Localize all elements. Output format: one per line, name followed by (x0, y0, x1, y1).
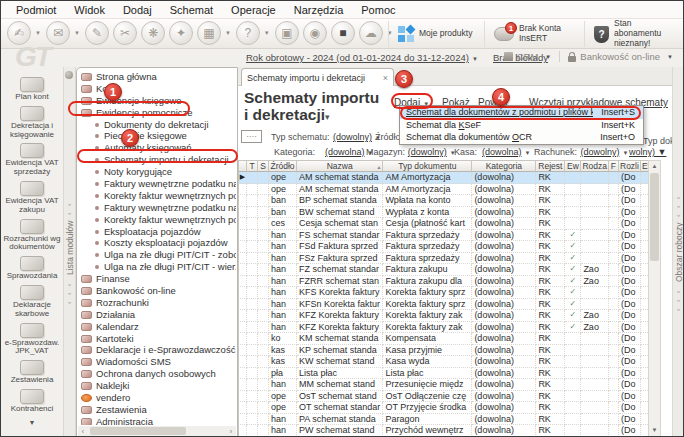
table-row[interactable]: płaLista płacLista płac(dowolna)RK(Do (238, 368, 656, 380)
column-header-kategoria[interactable]: Kategoria (472, 160, 536, 172)
menu-item-schemat-dla-ksef[interactable]: Schemat dla KSeFInsert+K (400, 119, 643, 132)
menu-item-schemat-dla-dokument-w-z-podmiotu-i-plik-w-komunikacji[interactable]: Schemat dla dokumentów z podmiotu i plik… (400, 106, 643, 119)
modules-strip-toggle[interactable]: ‹ ‹ ‹Lista modułów‹ ‹ (63, 67, 76, 437)
close-tab-icon[interactable]: × (383, 73, 388, 83)
tree-item-wiadomo-ci-sms[interactable]: Wiadomości SMS (79, 356, 236, 368)
module-rozrachunki-wg-dokument-w[interactable]: Rozrachunki wg dokumentów (2, 219, 62, 253)
table-row[interactable]: hanFZ schemat standarFaktura zakupu(dowo… (238, 264, 656, 276)
tab-schematy-importu[interactable]: Schematy importu i dekretacji × (241, 68, 394, 86)
tree-item-ewidencje-ksi-gowe[interactable]: Ewidencje księgowe (79, 95, 236, 107)
chevron-down-icon[interactable]: ▼ (225, 30, 231, 36)
tree-item-strona-g-wna[interactable]: Strona główna (79, 71, 236, 83)
tree-item-naklejki[interactable]: Naklejki (79, 380, 236, 392)
table-row[interactable]: hanPW schemat standPrzychód wewnętrz(dow… (238, 425, 656, 437)
filter-rachunek-value[interactable]: (dowolny)▼ (580, 147, 628, 157)
tree-item-rozrachunki[interactable]: Rozrachunki (79, 297, 236, 309)
menubar-item-narz-dzia[interactable]: Narzędzia (285, 4, 353, 16)
my-products-button[interactable]: Moje produkty (388, 21, 484, 47)
tree-item-ochrona-danych-osobowych[interactable]: Ochrona danych osobowych (79, 368, 236, 380)
chevron-down-icon[interactable]: ▼ (264, 30, 270, 36)
table-row[interactable]: cesCesja schemat stanCesja (płatność kar… (238, 218, 656, 230)
help-icon[interactable]: ? (236, 21, 260, 45)
menubar-item-dodaj[interactable]: Dodaj (114, 4, 161, 16)
document-icon[interactable]: ✂ (113, 21, 137, 45)
online-banking-menu[interactable]: Bankowość on-line▼ (568, 51, 673, 62)
table-row[interactable]: hanFZRR schemat stanFaktura zakupu dla(d… (238, 276, 656, 288)
table-row[interactable]: banBW schemat standWypłata z konta(dowol… (238, 207, 656, 219)
chevron-down-icon[interactable]: ▼ (74, 30, 80, 36)
tree-item-deklaracje-i-e-sprawozdawczo[interactable]: Deklaracje i e-Sprawozdawczość (79, 344, 236, 356)
tree-item-korekty-faktur-wewn-trznych-pod[interactable]: Korekty faktur wewnętrznych pod (79, 190, 236, 202)
table-row[interactable]: opeOsT schemat standOsT Odłączenie czę(d… (238, 391, 656, 403)
tree-item-ulga-na-z-e-d-ugi-pit-cit-zobowi[interactable]: Ulga na złe długi PIT/CIT - zobowią (79, 249, 236, 261)
table-row[interactable]: kasKP schemat standaKasa przyjmie(dowoln… (238, 345, 656, 357)
menubar-item-pomoc[interactable]: Pomoc (352, 4, 404, 16)
tree-item-dokumenty-do-dekretacji[interactable]: Dokumenty do dekretacji (79, 119, 236, 131)
cube-icon[interactable]: ■ (331, 21, 355, 45)
tree-item-dzia-ania[interactable]: Działania (79, 309, 236, 321)
link-icon[interactable]: ✦ (169, 21, 193, 45)
column-header-nazwa[interactable]: Nazwa▲ (297, 160, 383, 172)
table-row[interactable]: banBP schemat standaWpłata na konto(dowo… (238, 195, 656, 207)
tree-item-finanse[interactable]: Finanse (79, 273, 236, 285)
tree-item-vendero[interactable]: vendero (79, 392, 236, 404)
menubar-item-podmiot[interactable]: Podmiot (7, 4, 65, 16)
module-deklaracje-skarbowe[interactable]: Deklaracje skarbowe (2, 285, 62, 319)
filter-magazyn-value[interactable]: (dowolny)▼ (408, 147, 456, 157)
monitor-icon[interactable]: ▣ (275, 21, 299, 45)
tree-item-bankowo-on-line[interactable]: Bankowość on-line (79, 285, 236, 297)
menu-item-schemat-dla-dokument-w-ocr[interactable]: Schemat dla dokumentów OCRInsert+O (400, 131, 643, 144)
workspace-strip-toggle[interactable]: ‹ ‹ ‹Obszar roboczy‹ ‹ ‹ (672, 67, 684, 437)
tree-item-korekty-faktur-wewn-trznych-poda[interactable]: Korekty faktur wewnętrznych poda (79, 214, 236, 226)
crm-menu[interactable]: CRM▼ (504, 51, 552, 62)
column-header-rozli[interactable]: Rozli (619, 160, 641, 172)
module-zestawienia[interactable]: Zestawienia (2, 360, 62, 385)
table-row[interactable]: hanFSz Faktura sprzedFaktura sprzedaży(d… (238, 253, 656, 265)
insert-account-button[interactable]: 1Brak Konta InsERT (484, 21, 584, 47)
table-row[interactable]: hanMM schemat standPrzesunięcie międz(do… (238, 379, 656, 391)
column-header-rodza[interactable]: Rodza (581, 160, 609, 172)
module-sprawozdania[interactable]: Sprawozdania (2, 256, 62, 281)
table-row[interactable]: hanKFZ Korekta fakturyKorekta faktury za… (238, 322, 656, 334)
row-selector-header[interactable] (238, 160, 247, 172)
tree-item-faktury-wewn-trzne-podatku-nale[interactable]: Faktury wewnętrzne podatku należ (79, 178, 236, 190)
scrollbar-thumb[interactable] (90, 427, 186, 435)
module-ewidencja-vat-zakupu[interactable]: Ewidencja VAT zakupu (2, 181, 62, 215)
scrollbar-thumb[interactable] (650, 173, 659, 261)
column-header-ew[interactable]: Ew (565, 160, 581, 172)
tree-horizontal-scrollbar[interactable]: ‹ › (78, 426, 236, 436)
tree-item-eksploatacja-pojazd-w[interactable]: Eksploatacja pojazdów (79, 226, 236, 238)
chevron-down-icon[interactable]: ▼ (35, 30, 41, 36)
table-row[interactable]: opeAM schemat standaAM Amortyzacja(dowol… (238, 184, 656, 196)
title-dropdown-icon[interactable]: ▾ (325, 112, 330, 122)
module-e-sprawozdaw-jpk-vat[interactable]: e-Sprawozdaw. JPK_VAT (2, 323, 62, 357)
table-row[interactable]: hanKFSn Korekta fakturKorekta faktury sp… (238, 299, 656, 311)
scroll-up-icon[interactable]: ▲ (649, 161, 660, 172)
menubar-item-schemat[interactable]: Schemat (161, 4, 222, 16)
fiscal-year-selector[interactable]: Rok obrotowy - 2024 (od 01-01-2024 do 31… (246, 52, 478, 63)
tree-item-faktury-wewn-trzne-podatku-nalicz[interactable]: Faktury wewnętrzne podatku nalicz (79, 202, 236, 214)
table-row[interactable]: hanKFZ Korekta fakturyKorekta faktury za… (238, 310, 656, 322)
module-plan-kont[interactable]: Plan kont (2, 77, 62, 102)
module-dekretacja-i-ksi-gowanie[interactable]: Dekretacja i księgowanie (2, 106, 62, 140)
menubar-item-operacje[interactable]: Operacje (222, 4, 285, 16)
table-row[interactable]: hanPA schemat standaParagon(dowolna)RK(D… (238, 414, 656, 426)
tree-item-ewidencje-pomocnicze[interactable]: Ewidencje pomocnicze (79, 107, 236, 119)
column-header-r-d-o[interactable]: Źródło (269, 160, 297, 172)
scroll-left-icon[interactable]: ‹ (78, 428, 88, 435)
subscription-button[interactable]: ?Stan abonamentu nieznany! (584, 21, 679, 47)
cloud-icon[interactable]: ☁ (359, 21, 383, 45)
module-kontrahenci[interactable]: Kontrahenci (2, 389, 62, 414)
table-row[interactable]: opeOT schemat standarOT Przyjęcie środka… (238, 402, 656, 414)
tree-item-konta[interactable]: Konta (79, 83, 236, 95)
more-modules-icon[interactable]: ▼ (29, 419, 36, 426)
filter-typ-dokumentu-value[interactable]: wolny) ▼ (629, 147, 666, 157)
column-header-rejest[interactable]: Rejest (536, 160, 565, 172)
archive-icon[interactable]: ▦ (197, 21, 221, 45)
tree-item-noty-koryguj-ce[interactable]: Noty korygujące (79, 166, 236, 178)
tree-item-zestawienia[interactable]: Zestawienia (79, 404, 236, 416)
tree-item-automaty-ksi-gowa[interactable]: Automaty księgowań (79, 142, 236, 154)
tree-item-piecz-cie-ksi-gowe[interactable]: Pieczęcie księgowe (79, 130, 236, 142)
module-ewidencja-vat-sprzeda-y[interactable]: Ewidencja VAT sprzedaży (2, 143, 62, 177)
scroll-right-icon[interactable]: › (226, 428, 236, 435)
